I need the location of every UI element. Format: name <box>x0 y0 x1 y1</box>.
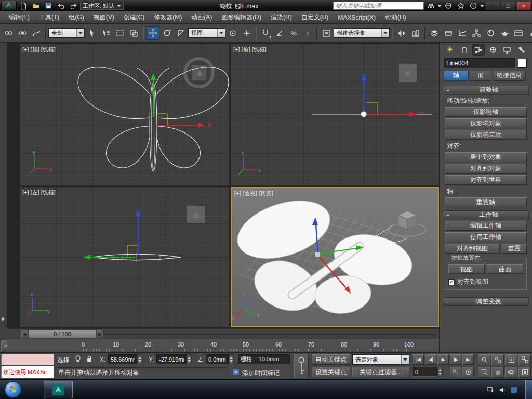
align-to-view-checkbox[interactable]: ✓ <box>448 279 455 285</box>
go-to-start-button[interactable]: |◀ <box>413 354 424 365</box>
time-tag-icon[interactable] <box>232 368 240 378</box>
place-view-button[interactable]: 视图 <box>448 264 485 274</box>
menu-help[interactable]: 帮助(H) <box>380 11 411 23</box>
viewport-top[interactable]: [+] [顶] [线框] 顶 <box>20 44 229 185</box>
create-tab-icon[interactable] <box>444 44 456 56</box>
percent-snap-icon[interactable]: % <box>287 26 300 40</box>
mirror-icon[interactable] <box>395 26 408 40</box>
viewcube-front[interactable]: 前 <box>399 64 417 82</box>
object-color-swatch[interactable] <box>518 59 527 68</box>
set-key-button[interactable]: 设置关键点 <box>312 367 350 377</box>
unlink-selection-icon[interactable] <box>16 26 29 40</box>
menu-customize[interactable]: 自定义(U) <box>297 11 334 23</box>
key-selection-dropdown[interactable]: 选定对象 <box>352 354 409 365</box>
reset-pivot-button[interactable]: 重置轴 <box>445 197 527 207</box>
help-icon[interactable]: ? <box>468 1 479 10</box>
curve-editor-icon[interactable] <box>456 26 469 40</box>
expand-panel-arrow-icon[interactable] <box>2 317 5 321</box>
graphite-ribbon-toggle-icon[interactable] <box>442 26 455 40</box>
rollout-working-pivot[interactable]: - 工作轴 <box>443 210 529 219</box>
menu-views[interactable]: 视图(V) <box>89 11 119 23</box>
select-and-move-icon[interactable] <box>146 26 159 40</box>
pan-button[interactable] <box>491 367 504 378</box>
bind-to-space-warp-icon[interactable] <box>30 26 43 40</box>
center-to-object-button[interactable]: 居中到对象 <box>445 152 527 162</box>
orbit-button[interactable] <box>505 367 517 378</box>
hierarchy-tab-icon[interactable] <box>472 44 485 56</box>
snaps-toggle-icon[interactable]: 3 <box>259 26 272 40</box>
time-configuration-button[interactable] <box>462 367 474 377</box>
select-and-rotate-icon[interactable] <box>160 26 174 40</box>
material-editor-icon[interactable] <box>484 26 497 40</box>
select-by-name-icon[interactable] <box>99 26 113 40</box>
render-setup-icon[interactable] <box>498 26 511 40</box>
rectangular-selection-region-icon[interactable] <box>113 26 127 40</box>
z-spinner[interactable] <box>229 354 234 364</box>
use-working-pivot-button[interactable]: 使用工作轴 <box>445 232 527 242</box>
maxscript-mini-listener[interactable]: 欢迎使用 MAXSc <box>1 366 54 378</box>
select-and-manipulate-icon[interactable] <box>240 26 254 40</box>
menu-create[interactable]: 创建(C) <box>119 11 150 23</box>
menu-rendering[interactable]: 渲染(R) <box>266 11 297 23</box>
current-frame-input[interactable] <box>413 367 437 377</box>
align-icon[interactable] <box>409 26 422 40</box>
modify-tab-icon[interactable] <box>458 44 471 56</box>
maximize-viewport-button[interactable] <box>518 367 531 378</box>
place-surface-button[interactable]: 曲面 <box>487 264 523 274</box>
affect-pivot-only-button[interactable]: 仅影响轴 <box>445 107 527 117</box>
align-to-world-button[interactable]: 对齐到世界 <box>445 175 527 185</box>
zoom-all-button[interactable] <box>491 354 504 365</box>
tray-network-icon[interactable] <box>485 385 495 394</box>
menu-tools[interactable]: 工具(T) <box>34 11 64 23</box>
tray-language-icon[interactable] <box>509 385 518 394</box>
isolate-selection-icon[interactable] <box>74 355 82 365</box>
help-chevron-icon[interactable] <box>480 5 484 7</box>
affect-object-only-button[interactable]: 仅影响对象 <box>445 118 527 128</box>
angle-snap-icon[interactable] <box>273 26 286 40</box>
timeline-ruler[interactable]: 0 10 20 30 40 50 60 70 80 90 100 <box>7 339 439 352</box>
viewport-perspective-label[interactable]: [+] [透视] [真实] <box>234 190 273 197</box>
3ds-max-taskbar-button[interactable] <box>44 381 73 398</box>
auto-key-button[interactable]: 自动关键点 <box>312 354 350 365</box>
align-to-view-button[interactable]: 对齐到视图 <box>445 244 500 254</box>
menu-animation[interactable]: 动画(A) <box>187 11 217 23</box>
y-coordinate-input[interactable] <box>156 354 187 364</box>
butterfly-shaded[interactable] <box>232 190 417 320</box>
tab-pivot[interactable]: 轴 <box>444 71 469 81</box>
move-gizmo[interactable]: X <box>151 73 211 128</box>
menu-modifiers[interactable]: 修改器(M) <box>149 11 187 23</box>
rollout-adjust-pivot[interactable]: - 调整轴 <box>443 86 529 95</box>
rollout-adjust-transform[interactable]: - 调整变换 <box>443 297 529 306</box>
edit-working-pivot-button[interactable]: 编辑工作轴 <box>445 221 527 231</box>
viewport-left-label[interactable]: [+] [左] [线框] <box>22 189 56 196</box>
named-selection-sets-dropdown[interactable]: 创建选择集 <box>334 28 390 38</box>
schematic-view-icon[interactable] <box>470 26 483 40</box>
viewport-front-label[interactable]: [+] [前] [线框] <box>233 46 267 54</box>
add-time-tag-label[interactable]: 添加时间标记 <box>242 369 280 378</box>
menu-maxscript[interactable]: MAXScript(X) <box>333 11 380 23</box>
macro-recorder-field[interactable] <box>1 354 54 365</box>
move-gizmo[interactable] <box>83 209 141 260</box>
search-binoculars-icon[interactable] <box>425 1 436 10</box>
zoom-region-button[interactable] <box>478 367 490 378</box>
y-spinner[interactable] <box>187 354 192 364</box>
viewport-perspective[interactable]: [+] [透视] [真实] <box>231 187 439 327</box>
x-spinner[interactable] <box>137 354 142 364</box>
save-file-icon[interactable] <box>43 1 54 10</box>
display-tab-icon[interactable] <box>501 44 513 56</box>
selection-lock-icon[interactable] <box>85 355 94 365</box>
menu-graph-editors[interactable]: 图形编辑器(D) <box>217 11 266 23</box>
render-production-icon[interactable] <box>526 26 532 40</box>
previous-frame-arrow[interactable]: ◀ <box>21 330 28 338</box>
align-to-object-button[interactable]: 对齐到对象 <box>445 164 527 174</box>
edit-named-selection-sets-icon[interactable] <box>320 26 333 40</box>
use-pivot-center-icon[interactable] <box>226 26 240 40</box>
minimize-button[interactable]: ─ <box>485 1 500 10</box>
reference-coordinate-dropdown[interactable]: 视图 <box>188 28 225 38</box>
utilities-tab-icon[interactable] <box>515 44 528 56</box>
layer-manager-icon[interactable] <box>428 26 441 40</box>
show-desktop-button[interactable] <box>525 380 532 399</box>
communication-center-icon[interactable] <box>443 1 454 10</box>
select-object-icon[interactable] <box>85 26 99 40</box>
maximize-button[interactable]: □ <box>501 1 515 10</box>
